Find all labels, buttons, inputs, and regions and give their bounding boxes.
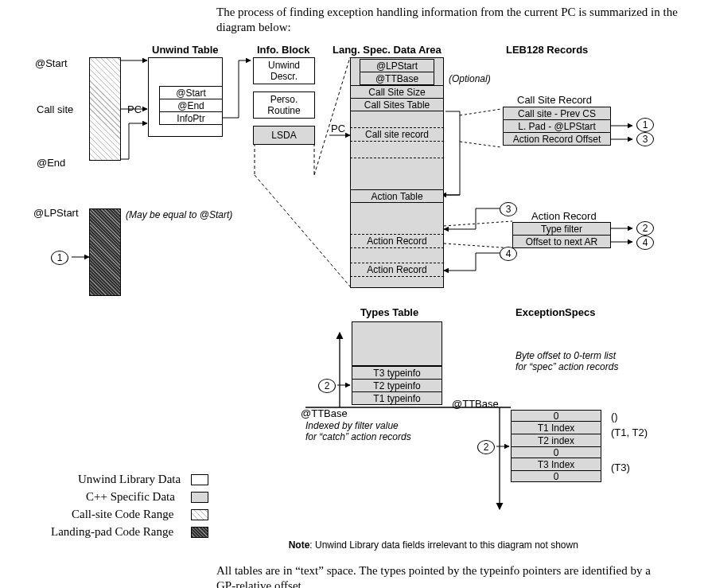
- oval-out-4: 4: [636, 236, 654, 250]
- legend-lpad: Landing-pad Code Range: [51, 525, 173, 539]
- diagram-page: The process of finding exception handlin…: [0, 0, 708, 588]
- heading-lsda: Lang. Spec. Data Area: [333, 44, 442, 56]
- svg-line-14: [460, 109, 501, 115]
- swatch-hatch-dark: [191, 527, 208, 538]
- label-call-site: Call site: [37, 103, 73, 115]
- unwind-row-infoptr: InfoPtr: [159, 111, 223, 125]
- call-site-code-range-block: [89, 57, 121, 161]
- heading-exception-specs: ExceptionSpecs: [515, 306, 595, 318]
- note-bold: Note: [289, 539, 310, 551]
- heading-leb128: LEB128 Records: [506, 44, 588, 56]
- filter-note: Indexed by filter value for “catch” acti…: [305, 420, 411, 442]
- lsda-ar1: Action Record: [350, 234, 444, 248]
- info-block-lsda: LSDA: [253, 126, 315, 145]
- heading-unwind-table: Unwind Table: [152, 44, 219, 56]
- ar-title: Action Record: [531, 210, 597, 222]
- ar-r1: Type filter: [512, 222, 611, 236]
- lsda-ar2: Action Record: [350, 263, 444, 277]
- specs-side-empty: (): [611, 411, 618, 423]
- oval-in-1: 1: [51, 251, 68, 265]
- label-at-end: @End: [37, 157, 65, 169]
- info-block-perso: Perso. Routine: [253, 92, 315, 119]
- csr-r1: Call site - Prev CS: [503, 107, 611, 120]
- ar-r2: Offset to next AR: [512, 235, 611, 248]
- outro-text: All tables are in “text” space. The type…: [216, 563, 662, 588]
- swatch-grey: [191, 492, 208, 503]
- specs-z3: 0: [511, 470, 601, 482]
- oval-out-2: 2: [636, 221, 654, 236]
- lsda-csr: Call site record: [350, 127, 444, 142]
- swatch-white: [191, 474, 208, 485]
- types-t1: T1 typeinfo: [352, 391, 442, 405]
- types-t3: T3 typeinfo: [352, 366, 442, 380]
- intro-text: The process of finding exception handlin…: [216, 5, 678, 35]
- csr-r3: Action Record Offset: [503, 132, 611, 146]
- oval-in-4: 4: [500, 247, 517, 261]
- svg-line-9: [255, 175, 350, 286]
- specs-t1: T1 Index: [511, 421, 601, 434]
- unwind-row-end: @End: [159, 99, 223, 112]
- types-t2: T2 typeinfo: [352, 379, 442, 392]
- note-line: Note: Unwind Library data fields irrelev…: [283, 528, 578, 551]
- spec-note: Byte offset to 0-term list for “spec” ac…: [515, 350, 618, 372]
- legend-cpp: C++ Specific Data: [86, 490, 175, 504]
- label-pc-1: PC: [127, 103, 142, 115]
- label-at-start: @Start: [35, 57, 68, 69]
- csr-title: Call Site Record: [517, 94, 592, 106]
- lsda-css: Call Site Size: [350, 85, 444, 99]
- label-at-lpstart: @LPStart: [33, 207, 79, 219]
- oval-out-3: 3: [636, 132, 654, 146]
- lsda-at: Action Table: [350, 189, 444, 203]
- heading-types-table: Types Table: [360, 306, 418, 318]
- csr-r2: L. Pad - @LPStart: [503, 119, 611, 133]
- specs-side-t3: (T3): [611, 461, 630, 473]
- svg-line-15: [460, 142, 501, 147]
- oval-in-2b: 2: [477, 440, 495, 454]
- label-optional: (Optional): [449, 73, 491, 84]
- label-ttbase-left: @TTBase: [301, 407, 348, 419]
- label-may-equal: (May be equal to @Start): [126, 209, 232, 220]
- oval-in-2a: 2: [318, 379, 336, 393]
- legend-callsite: Call-site Code Range: [72, 508, 173, 521]
- svg-line-18: [444, 221, 512, 226]
- label-pc-2: PC: [331, 123, 345, 134]
- lsda-ttbase: @TTBase: [360, 72, 434, 85]
- oval-in-3: 3: [500, 202, 517, 216]
- specs-t3: T3 Index: [511, 458, 601, 471]
- oval-out-1: 1: [636, 118, 654, 132]
- lsda-cst: Call Sites Table: [350, 98, 444, 111]
- note-rest: : Unwind Library data fields irrelevant …: [309, 539, 578, 551]
- label-ttbase-right: @TTBase: [452, 398, 499, 410]
- lsda-lpstart: @LPStart: [360, 59, 434, 72]
- specs-t2: T2 index: [511, 434, 601, 447]
- heading-info-block: Info. Block: [257, 44, 309, 56]
- types-table-top: [352, 321, 442, 366]
- swatch-hatch-light: [191, 509, 208, 520]
- info-block-descr: Unwind Descr.: [253, 57, 315, 84]
- specs-z2: 0: [511, 446, 601, 458]
- unwind-row-start: @Start: [159, 86, 223, 99]
- specs-side-t12: (T1, T2): [611, 426, 648, 438]
- specs-z1: 0: [511, 410, 601, 422]
- landing-pad-code-range-block: [89, 208, 121, 296]
- svg-line-11: [314, 57, 350, 175]
- legend-unwind: Unwind Library Data: [78, 473, 181, 486]
